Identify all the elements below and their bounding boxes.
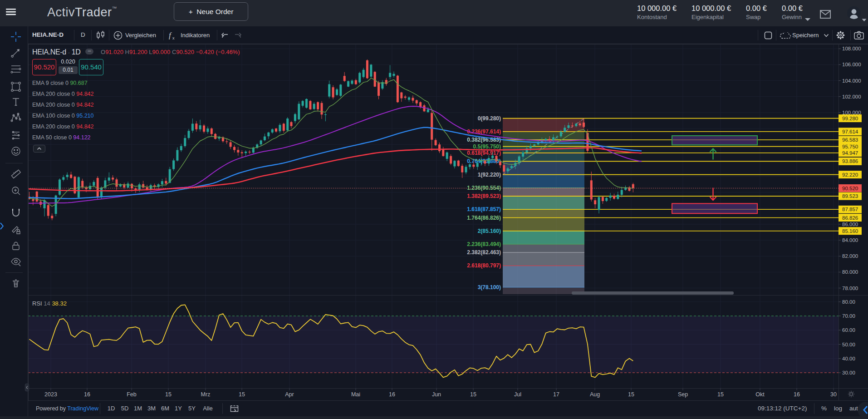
svg-text:85.160: 85.160 xyxy=(842,228,858,234)
svg-text:100.000: 100.000 xyxy=(842,110,861,115)
svg-text:86.826: 86.826 xyxy=(842,215,858,221)
svg-text:16: 16 xyxy=(84,391,90,398)
svg-text:Mai: Mai xyxy=(351,391,360,398)
svg-text:92.220: 92.220 xyxy=(842,172,858,177)
svg-text:50.00: 50.00 xyxy=(842,342,855,347)
svg-text:Jun: Jun xyxy=(432,391,441,398)
svg-text:15: 15 xyxy=(628,391,634,398)
svg-text:93.886: 93.886 xyxy=(842,158,858,164)
svg-text:2(85.160): 2(85.160) xyxy=(478,228,501,234)
svg-text:82.000: 82.000 xyxy=(842,253,858,259)
svg-text:1.382(89.523): 1.382(89.523) xyxy=(467,193,501,199)
svg-text:89.523: 89.523 xyxy=(842,193,858,199)
svg-text:90.520: 90.520 xyxy=(842,186,858,191)
svg-text:Feb: Feb xyxy=(127,391,137,398)
svg-text:60.00: 60.00 xyxy=(842,327,855,333)
svg-text:106.000: 106.000 xyxy=(842,62,861,67)
svg-text:f: f xyxy=(169,31,172,39)
svg-text:70.00: 70.00 xyxy=(842,313,855,319)
svg-text:95.750: 95.750 xyxy=(842,144,858,149)
svg-text:15: 15 xyxy=(165,391,172,398)
svg-text:3(78.100): 3(78.100) xyxy=(478,284,501,291)
svg-text:78.000: 78.000 xyxy=(842,286,858,291)
svg-text:2.236(83.494): 2.236(83.494) xyxy=(467,241,501,247)
svg-text:Mrz: Mrz xyxy=(201,391,211,398)
svg-text:84.000: 84.000 xyxy=(842,237,858,243)
svg-text:80.00: 80.00 xyxy=(842,299,855,305)
svg-text:15: 15 xyxy=(717,391,724,398)
svg-text:2.618(80.797): 2.618(80.797) xyxy=(467,262,501,269)
svg-text:2.382(82.463): 2.382(82.463) xyxy=(467,249,501,256)
svg-text:0.236(97.614): 0.236(97.614) xyxy=(467,128,501,135)
svg-text:16: 16 xyxy=(389,391,395,398)
svg-text:102.000: 102.000 xyxy=(842,94,861,99)
svg-text:97.614: 97.614 xyxy=(842,129,858,134)
svg-text:108.000: 108.000 xyxy=(842,46,861,51)
svg-text:86.000: 86.000 xyxy=(842,222,858,227)
svg-text:99.280: 99.280 xyxy=(842,116,858,121)
svg-text:30.00: 30.00 xyxy=(842,370,855,375)
svg-text:80.000: 80.000 xyxy=(842,269,858,275)
svg-text:17: 17 xyxy=(553,391,559,398)
svg-text:0.5(95.750): 0.5(95.750) xyxy=(473,143,501,150)
svg-text:30: 30 xyxy=(830,391,837,398)
svg-text:x: x xyxy=(172,36,175,40)
svg-text:0(99.280): 0(99.280) xyxy=(478,115,501,122)
svg-text:40.00: 40.00 xyxy=(842,356,855,361)
svg-text:1.618(87.857): 1.618(87.857) xyxy=(467,206,501,212)
svg-text:96.583: 96.583 xyxy=(842,137,858,143)
svg-text:Apr: Apr xyxy=(285,391,294,398)
svg-text:2023: 2023 xyxy=(44,391,57,398)
svg-text:Sep: Sep xyxy=(678,391,688,398)
svg-text:Okt: Okt xyxy=(755,391,765,398)
svg-text:Jul: Jul xyxy=(514,391,521,398)
svg-text:Aug: Aug xyxy=(590,391,600,398)
svg-text:87.857: 87.857 xyxy=(842,207,858,212)
svg-text:15: 15 xyxy=(470,391,476,398)
svg-text:94.947: 94.947 xyxy=(842,150,858,156)
svg-text:0.618(94.917): 0.618(94.917) xyxy=(467,150,501,156)
svg-text:104.000: 104.000 xyxy=(842,78,861,84)
svg-text:1.764(86.826): 1.764(86.826) xyxy=(467,215,501,221)
svg-text:15: 15 xyxy=(239,391,245,398)
svg-text:16: 16 xyxy=(794,391,800,398)
svg-text:1(92.220): 1(92.220) xyxy=(478,172,501,178)
